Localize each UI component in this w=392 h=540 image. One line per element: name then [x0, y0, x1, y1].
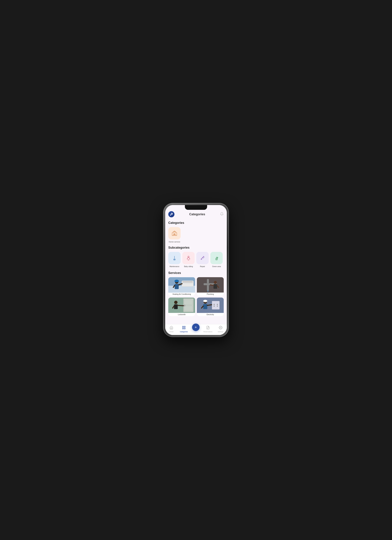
- settings-nav-label: Settings: [218, 331, 223, 333]
- category-label-home-service: Home service: [169, 241, 180, 243]
- service-card-plumbing[interactable]: Plumbing: [197, 277, 224, 296]
- services-section: Services: [165, 269, 227, 317]
- categories-nav-icon: [182, 326, 186, 330]
- nav-item-categories[interactable]: Categories: [180, 326, 188, 333]
- repair-icon: [200, 255, 205, 261]
- subcategory-label-repair: Repair: [200, 265, 205, 267]
- service-card-hvac[interactable]: Heating Air Conditioning: [168, 277, 195, 296]
- categories-section: Categories Home service: [165, 219, 227, 244]
- service-label-electricity: Electricity: [197, 313, 224, 316]
- svg-rect-20: [175, 284, 179, 289]
- reservations-nav-label: Reservations: [203, 331, 212, 333]
- svg-rect-49: [203, 304, 207, 309]
- reservations-nav-icon: [206, 326, 210, 330]
- service-label-locksmith: Locksmith: [168, 313, 195, 316]
- svg-rect-19: [175, 281, 179, 282]
- fab-plus-icon: +: [195, 325, 197, 330]
- broom-icon: [172, 255, 177, 261]
- notch: [185, 205, 207, 210]
- subcategory-label-baby-sitting: Baby sitting: [184, 265, 193, 267]
- services-grid: Heating Air Conditioning: [168, 277, 224, 316]
- subcategory-icon-repair: [196, 252, 209, 264]
- category-icon-home-service: [168, 227, 181, 239]
- svg-point-58: [220, 327, 221, 328]
- subcategories-section: Subcategories: [165, 244, 227, 269]
- subcategory-item-baby-sitting[interactable]: Baby sitting: [182, 252, 195, 267]
- subcategories-section-title: Subcategories: [168, 246, 224, 250]
- svg-rect-54: [182, 328, 184, 329]
- svg-point-43: [214, 305, 215, 307]
- svg-rect-53: [184, 326, 185, 327]
- svg-line-29: [210, 285, 214, 285]
- svg-point-5: [188, 256, 189, 258]
- service-image-hvac: [168, 277, 195, 293]
- service-label-hvac: Heating Air Conditioning: [168, 293, 195, 296]
- settings-nav-icon: [219, 326, 222, 330]
- svg-point-45: [217, 305, 218, 307]
- service-image-electricity: [197, 298, 224, 313]
- category-item-home-service[interactable]: Home service: [168, 227, 181, 243]
- service-label-plumbing: Plumbing: [197, 293, 224, 296]
- home-nav-label: Home: [169, 331, 173, 333]
- svg-rect-14: [182, 281, 193, 282]
- svg-rect-41: [212, 301, 219, 309]
- svg-rect-37: [174, 304, 178, 309]
- fab-button[interactable]: +: [192, 324, 200, 331]
- svg-rect-48: [203, 301, 207, 302]
- page-title: Categories: [189, 213, 205, 216]
- home-nav-icon: [170, 326, 173, 330]
- phone-wrapper: Categories Categories: [164, 203, 228, 337]
- svg-point-27: [214, 281, 217, 284]
- subcategory-label-green-area: Green area: [212, 265, 221, 267]
- wrench-icon: [170, 213, 173, 216]
- subcategory-icon-baby-sitting: [182, 252, 195, 264]
- service-card-electricity[interactable]: Electricity: [197, 298, 224, 316]
- categories-grid: Home service: [168, 227, 224, 243]
- service-image-locksmith: [168, 298, 195, 313]
- services-section-title: Services: [168, 271, 224, 275]
- nav-item-home[interactable]: Home: [167, 326, 176, 333]
- notification-bell-icon[interactable]: [220, 212, 224, 217]
- subcategory-icon-green-area: [210, 252, 223, 264]
- nav-item-fab[interactable]: +: [192, 327, 200, 331]
- phone-screen-container: Categories Categories: [165, 205, 227, 335]
- svg-line-38: [178, 305, 183, 306]
- svg-point-36: [174, 301, 177, 304]
- service-image-plumbing: [197, 277, 224, 293]
- svg-rect-28: [213, 284, 217, 289]
- svg-rect-12: [168, 286, 195, 292]
- svg-rect-15: [182, 283, 193, 283]
- nav-item-reservations[interactable]: Reservations: [203, 326, 212, 333]
- logo-button[interactable]: [168, 211, 175, 217]
- categories-nav-label: Categories: [180, 331, 188, 333]
- svg-point-44: [217, 304, 218, 305]
- subcategory-label-maintenance: Maintenance: [170, 265, 179, 267]
- service-card-locksmith[interactable]: Locksmith: [168, 298, 195, 316]
- svg-point-35: [184, 305, 185, 306]
- svg-rect-16: [182, 284, 193, 284]
- subcategory-icon-maintenance: [168, 252, 181, 264]
- svg-line-6: [187, 259, 187, 259]
- svg-rect-0: [174, 234, 175, 236]
- svg-point-8: [201, 259, 202, 260]
- phone-outer: Categories Categories: [164, 203, 228, 337]
- plant-icon: [214, 255, 219, 261]
- svg-line-7: [190, 259, 190, 259]
- screen[interactable]: Categories Categories: [165, 205, 227, 335]
- subcategory-item-green-area[interactable]: Green area: [210, 252, 223, 267]
- subcategories-row: Maintenance: [168, 252, 224, 268]
- svg-rect-55: [184, 328, 185, 329]
- svg-rect-52: [182, 326, 184, 327]
- categories-section-title: Categories: [168, 221, 224, 225]
- svg-point-42: [214, 304, 215, 305]
- subcategory-item-maintenance[interactable]: Maintenance: [168, 252, 181, 267]
- subcategory-item-repair[interactable]: Repair: [196, 252, 209, 267]
- baby-icon: [186, 255, 191, 261]
- svg-line-50: [207, 305, 212, 305]
- nav-item-settings[interactable]: Settings: [216, 326, 225, 333]
- svg-point-26: [207, 290, 208, 292]
- bottom-navigation: Home Categories: [165, 324, 227, 335]
- home-service-icon: [171, 230, 177, 236]
